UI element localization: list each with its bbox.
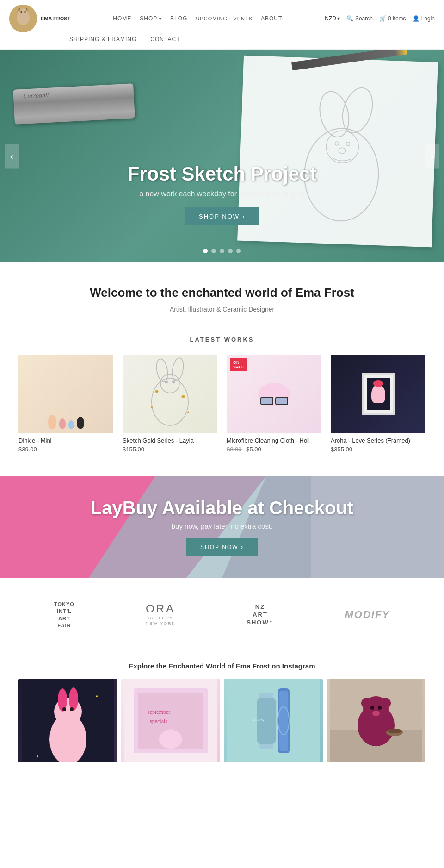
nav-home[interactable]: HOME [113, 15, 131, 22]
instagram-grid: ✦ ♥ september specials ch [18, 679, 426, 762]
hero-dots [203, 249, 241, 253]
laybuy-content: LayBuy Available at Checkout buy now, pa… [91, 498, 353, 556]
product-price-4: $355.00 [331, 446, 426, 453]
instagram-image-1[interactable]: ✦ ♥ [18, 679, 117, 762]
product-card-1[interactable]: Dinkie - Mini $39.00 [18, 355, 113, 453]
hero-dot-5[interactable] [236, 249, 241, 253]
instagram-title: Explore the Enchanted World of Ema Frost… [18, 662, 426, 670]
logo-image [9, 5, 37, 32]
search-link[interactable]: 🔍 Search [346, 15, 373, 22]
svg-point-52 [370, 706, 374, 710]
laybuy-subtitle: buy now, pay later, no extra cost. [91, 522, 353, 530]
cart-icon: 🛒 [379, 15, 386, 22]
user-icon: 👤 [413, 15, 419, 22]
hero-dot-1[interactable] [203, 249, 208, 253]
currency-selector[interactable]: NZD ▾ [325, 15, 340, 22]
svg-point-20 [181, 395, 185, 398]
svg-point-2 [18, 8, 28, 18]
hero-title: Frost Sketch Project [0, 163, 444, 185]
laybuy-cta-button[interactable]: SHOP NOW › [186, 538, 258, 556]
product-price-3: $8.00 $5.00 [227, 446, 321, 453]
main-nav: HOME SHOP BLOG UPCOMING EVENTS ABOUT [70, 15, 325, 22]
product-image-4 [331, 355, 426, 433]
product-price-2: $155.00 [123, 446, 217, 453]
svg-text:september: september [148, 709, 170, 715]
svg-text:chunky: chunky [253, 718, 264, 722]
products-grid: Dinkie - Mini $39.00 [18, 355, 426, 453]
hero-slider: Curroonil Frost Sketch Project a new wor… [0, 50, 444, 262]
header: EMA FROST HOME SHOP BLOG UPCOMING EVENTS… [0, 0, 444, 50]
partner-nzart: NZ ART SHOW▲ [247, 603, 273, 627]
partner-ora: ORA GALLERY NEW YORK [146, 601, 176, 629]
svg-point-53 [378, 706, 382, 710]
svg-text:specials: specials [150, 718, 167, 724]
login-link[interactable]: 👤 Login [413, 15, 435, 22]
partner-tokyo: TOKYOINT'LARTFAIR [54, 601, 74, 630]
svg-rect-44 [279, 691, 288, 751]
nav-events[interactable]: UPCOMING EVENTS [196, 16, 253, 21]
product-card-3[interactable]: ONSALE Microfibre Cleaning Cloth - Holi … [227, 355, 321, 453]
price-new-3: $5.00 [246, 446, 261, 453]
header-right: NZD ▾ 🔍 Search 🛒 0 items 👤 Login [325, 15, 435, 22]
instagram-image-3[interactable]: chunky [224, 679, 323, 762]
latest-works-title: LATEST WORKS [18, 336, 426, 343]
product-name-1: Dinkie - Mini [18, 437, 113, 444]
svg-point-19 [155, 390, 159, 393]
product-image-1 [18, 355, 113, 433]
nav-shipping[interactable]: SHIPPING & FRAMING [69, 36, 136, 43]
svg-point-54 [372, 711, 380, 716]
welcome-section: Welcome to the enchanted world of Ema Fr… [0, 262, 444, 322]
latest-works-section: LATEST WORKS Dinkie - Mini $39.00 [0, 322, 444, 476]
svg-point-10 [335, 142, 339, 145]
nav-about[interactable]: ABOUT [261, 15, 282, 22]
svg-text:♥: ♥ [96, 694, 98, 699]
welcome-heading: Welcome to the enchanted world of Ema Fr… [18, 286, 426, 300]
hero-subtitle: a new work each weekday for the month of… [0, 190, 444, 198]
svg-point-22 [187, 411, 190, 413]
svg-point-14 [160, 374, 179, 393]
svg-point-21 [151, 406, 153, 408]
svg-point-11 [346, 142, 350, 146]
nav-contact[interactable]: CONTACT [150, 36, 180, 43]
welcome-subtext: Artist, Illustrator & Ceramic Designer [18, 306, 426, 313]
laybuy-banner: LayBuy Available at Checkout buy now, pa… [0, 476, 444, 578]
svg-point-56 [387, 729, 402, 733]
on-sale-badge: ONSALE [230, 358, 247, 371]
instagram-image-4[interactable] [327, 679, 426, 762]
nav-shop[interactable]: SHOP [140, 15, 162, 22]
svg-text:✦: ✦ [36, 754, 39, 759]
svg-point-29 [70, 707, 74, 711]
svg-point-38 [165, 729, 176, 740]
cart-link[interactable]: 🛒 0 items [379, 15, 406, 22]
instagram-image-2[interactable]: september specials [121, 679, 220, 762]
svg-point-27 [69, 687, 78, 711]
price-old-3: $8.00 [227, 446, 242, 453]
logo-area[interactable]: EMA FROST [9, 5, 70, 32]
hero-next-button[interactable]: › [425, 144, 439, 169]
product-name-2: Sketch Gold Series - Layla [123, 437, 217, 444]
partners-section: TOKYOINT'LARTFAIR ORA GALLERY NEW YORK N… [0, 578, 444, 653]
svg-point-13 [152, 378, 188, 425]
hero-dot-4[interactable] [228, 249, 233, 253]
svg-point-28 [62, 707, 66, 711]
hero-dot-3[interactable] [220, 249, 224, 253]
search-icon: 🔍 [346, 15, 353, 22]
nav-blog[interactable]: BLOG [170, 15, 187, 22]
svg-point-17 [165, 381, 168, 384]
product-image-3: ONSALE [227, 355, 321, 433]
product-card-4[interactable]: Aroha - Love Series (Framed) $355.00 [331, 355, 426, 453]
product-image-2 [123, 355, 217, 433]
hero-prev-button[interactable]: ‹ [5, 144, 19, 169]
product-card-2[interactable]: Sketch Gold Series - Layla $155.00 [123, 355, 217, 453]
hero-dot-2[interactable] [211, 249, 216, 253]
hero-cta-button[interactable]: SHOP NOW › [185, 207, 259, 225]
logo-text: EMA FROST [41, 16, 70, 21]
svg-point-3 [20, 11, 22, 13]
svg-point-18 [172, 381, 175, 384]
hero-content: Frost Sketch Project a new work each wee… [0, 163, 444, 225]
partner-modify: Modify [345, 608, 390, 622]
laybuy-title: LayBuy Available at Checkout [91, 498, 353, 518]
product-name-4: Aroha - Love Series (Framed) [331, 437, 426, 444]
product-name-3: Microfibre Cleaning Cloth - Holi [227, 437, 321, 444]
svg-point-6 [315, 88, 353, 140]
